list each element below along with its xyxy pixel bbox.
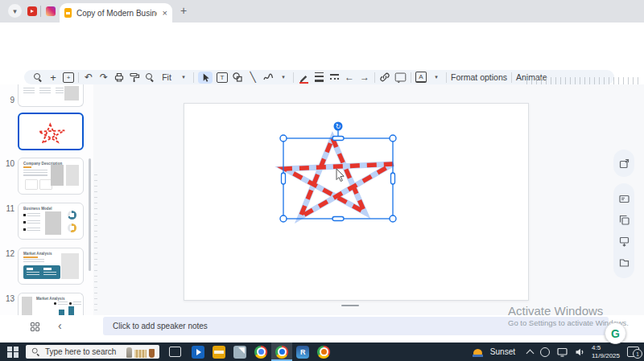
arrow-end-icon[interactable]: → — [359, 72, 370, 84]
grammarly-icon[interactable]: G — [605, 322, 626, 344]
add-comment-icon[interactable] — [394, 72, 407, 84]
taskbar-app-yellow[interactable] — [208, 343, 229, 361]
line-tool-icon[interactable]: ╲ — [247, 72, 258, 84]
resize-handle-nw[interactable] — [280, 135, 287, 142]
new-tab-button[interactable]: + — [180, 4, 187, 17]
resize-handle-w[interactable] — [282, 173, 286, 184]
resize-handle-sw[interactable] — [280, 215, 287, 222]
taskbar-app-movies[interactable] — [188, 343, 208, 361]
slides-favicon — [64, 8, 72, 18]
folder-icon[interactable] — [619, 257, 630, 268]
tab-close-icon[interactable]: × — [163, 8, 167, 18]
weather-sunset-icon[interactable] — [473, 347, 483, 357]
tab-title: Copy of Modern Business Plan — [76, 9, 157, 18]
toolbar-separator — [374, 72, 375, 83]
volume-icon[interactable] — [575, 347, 584, 357]
line-weight-icon[interactable] — [313, 72, 324, 84]
paint-format-icon[interactable] — [129, 72, 140, 84]
select-tool-icon[interactable] — [198, 72, 213, 84]
pinned-tab-youtube-icon[interactable] — [27, 6, 37, 16]
deco-donut-chart — [68, 211, 76, 219]
format-options-button[interactable]: Format options — [451, 72, 507, 84]
deco-lines — [73, 302, 81, 305]
filmstrip-scrollbar[interactable] — [89, 158, 91, 271]
shape-tool-icon[interactable] — [232, 72, 243, 84]
resize-handle-se[interactable] — [390, 215, 396, 222]
thumb-title: Business Model — [23, 207, 52, 211]
thumbnail-slide-12[interactable]: Market Analysis — [18, 248, 84, 285]
insert-link-icon[interactable] — [379, 72, 390, 84]
taskbar-app-blue[interactable]: R — [292, 343, 313, 361]
arrow-start-icon[interactable]: ← — [344, 72, 355, 84]
deco-photo — [61, 253, 79, 279]
grid-view-icon[interactable] — [31, 322, 39, 331]
image-download-icon[interactable] — [619, 236, 630, 247]
zoom-select[interactable]: Fit — [159, 72, 174, 84]
deco-dot — [69, 302, 72, 305]
text-box-icon[interactable]: T — [217, 72, 228, 84]
deco-lines — [23, 259, 44, 263]
star-shape-selected[interactable]: ↻ — [274, 119, 402, 228]
resize-handle-s[interactable] — [332, 217, 344, 221]
task-view-icon[interactable] — [169, 347, 181, 357]
slide-number: 13 — [3, 294, 14, 303]
side-panel-top — [613, 150, 634, 177]
input-tools-icon[interactable]: A — [415, 72, 427, 84]
taskbar-app-chrome-profile[interactable] — [313, 343, 334, 361]
work-area: 9 10 Company Description 11 Business M — [0, 84, 644, 316]
line-color-icon[interactable] — [298, 72, 309, 84]
line-color-swatch — [299, 82, 308, 84]
zoom-dropdown-icon[interactable]: ▾ — [178, 72, 189, 84]
weather-label[interactable]: Sunset — [490, 347, 515, 356]
input-tools-dropdown-icon[interactable]: ▾ — [431, 72, 442, 84]
thumbnail-slide-8-partial[interactable] — [18, 84, 84, 107]
pinned-tab-instagram-icon[interactable] — [46, 6, 56, 16]
thumbnail-slide-13[interactable]: Market Analysis — [18, 293, 84, 316]
thumbnail-slide-9-selected[interactable] — [18, 113, 84, 150]
toolbar-separator — [293, 72, 294, 83]
redo-icon[interactable]: ↷ — [98, 72, 109, 84]
zoom-icon[interactable] — [144, 72, 155, 84]
taskbar-search-placeholder: Type here to search — [45, 347, 116, 356]
tray-circle-icon[interactable] — [540, 347, 550, 357]
browser-tab[interactable]: Copy of Modern Business Plan × — [60, 3, 172, 23]
thumbnail-slide-11[interactable]: Business Model — [18, 203, 84, 240]
resize-handle-n[interactable] — [332, 137, 344, 141]
tray-expand-chevron-icon[interactable] — [526, 349, 535, 357]
scribble-tool-icon[interactable] — [262, 72, 274, 84]
deco-lines — [27, 228, 40, 232]
tab-search-chevron-icon[interactable]: ▾ — [8, 4, 22, 18]
taskbar-search-input[interactable]: Type here to search — [26, 345, 159, 359]
print-icon[interactable] — [114, 72, 125, 84]
copy-images-icon[interactable] — [619, 215, 630, 225]
deco-photo — [45, 211, 61, 235]
undo-icon[interactable]: ↶ — [83, 72, 94, 84]
deco-stat-box — [23, 265, 60, 279]
taskbar-app-chrome-active[interactable] — [271, 343, 292, 361]
start-button-icon[interactable] — [7, 347, 19, 358]
resize-handle-e[interactable] — [391, 173, 395, 184]
scribble-dropdown-icon[interactable]: ▾ — [278, 72, 289, 84]
image-export-icon[interactable] — [619, 158, 630, 169]
taskbar-app-document[interactable] — [229, 343, 250, 361]
collapse-filmstrip-icon[interactable]: ‹ — [58, 319, 62, 332]
thumbnail-slide-10[interactable]: Company Description — [18, 158, 84, 195]
taskbar-app-chrome[interactable] — [250, 343, 271, 361]
new-slide-plus-icon[interactable]: + — [47, 72, 59, 84]
taskbar-clock[interactable]: 4:5 11/9/2025 — [592, 344, 620, 359]
line-dash-icon[interactable] — [328, 72, 340, 84]
clock-time: 4:5 — [592, 344, 601, 351]
deco-lines — [23, 88, 35, 93]
new-slide-layout-icon[interactable]: + — [63, 72, 74, 84]
notes-resize-handle[interactable] — [341, 305, 359, 306]
side-panel-tools — [613, 183, 634, 278]
deco-lines — [39, 88, 51, 93]
card-icon[interactable] — [619, 194, 630, 204]
search-menus-icon[interactable] — [32, 72, 43, 84]
notification-center-icon[interactable]: 1 — [627, 347, 639, 357]
browser-tab-strip: ▾ Copy of Modern Business Plan × + — [0, 0, 644, 23]
play-icon — [196, 349, 204, 355]
network-icon[interactable] — [557, 347, 568, 357]
resize-handle-ne[interactable] — [390, 135, 396, 142]
slide-number: 11 — [3, 204, 14, 213]
